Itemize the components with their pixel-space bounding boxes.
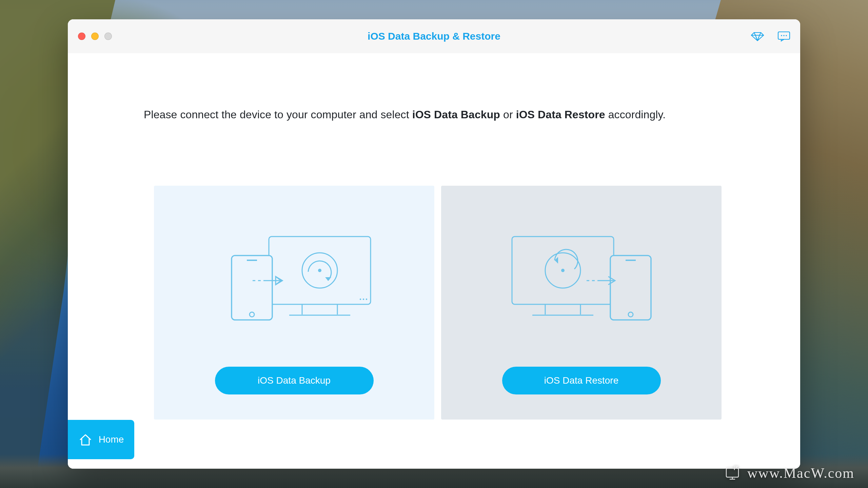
backup-card[interactable]: iOS Data Backup	[154, 186, 434, 420]
titlebar-right-icons	[751, 19, 791, 53]
close-window-button[interactable]	[78, 33, 85, 40]
home-icon	[78, 433, 93, 446]
restore-card[interactable]: iOS Data Restore	[441, 186, 722, 420]
home-button[interactable]: Home	[68, 420, 134, 459]
svg-marker-13	[325, 277, 331, 281]
restore-illustration	[502, 223, 661, 325]
home-label: Home	[99, 434, 124, 445]
svg-point-1	[781, 35, 782, 36]
watermark-text: www.MacW.com	[747, 465, 854, 481]
option-cards: iOS Data Backup	[154, 186, 722, 420]
instruction-suffix: accordingly.	[605, 108, 666, 121]
svg-point-10	[366, 299, 367, 300]
svg-point-12	[318, 269, 321, 272]
svg-rect-14	[232, 256, 272, 320]
window-title: iOS Data Backup & Restore	[368, 30, 500, 42]
instruction-bold-restore: iOS Data Restore	[516, 108, 605, 121]
content-area: Please connect the device to your comput…	[68, 53, 800, 469]
instruction-prefix: Please connect the device to your comput…	[144, 108, 412, 121]
diamond-icon[interactable]	[751, 31, 764, 41]
feedback-icon[interactable]	[777, 31, 791, 42]
titlebar: iOS Data Backup & Restore	[68, 19, 800, 54]
svg-rect-27	[610, 256, 651, 320]
watermark-icon	[724, 465, 742, 481]
svg-point-9	[362, 299, 364, 300]
svg-point-3	[786, 35, 787, 36]
instruction-mid: or	[500, 108, 516, 121]
ios-data-restore-button[interactable]: iOS Data Restore	[502, 367, 661, 394]
svg-point-25	[561, 269, 565, 272]
svg-point-2	[783, 35, 785, 36]
ios-data-backup-button[interactable]: iOS Data Backup	[215, 367, 374, 394]
app-window: iOS Data Backup & Restore	[68, 19, 800, 469]
instruction-text: Please connect the device to your comput…	[144, 108, 666, 121]
svg-point-8	[359, 299, 361, 300]
instruction-bold-backup: iOS Data Backup	[412, 108, 500, 121]
maximize-window-button[interactable]	[104, 33, 112, 40]
backup-illustration	[215, 223, 374, 325]
svg-rect-32	[726, 468, 738, 477]
minimize-window-button[interactable]	[91, 33, 99, 40]
watermark: www.MacW.com	[724, 465, 854, 481]
window-title-wrap: iOS Data Backup & Restore	[68, 30, 800, 42]
window-controls	[78, 33, 112, 40]
